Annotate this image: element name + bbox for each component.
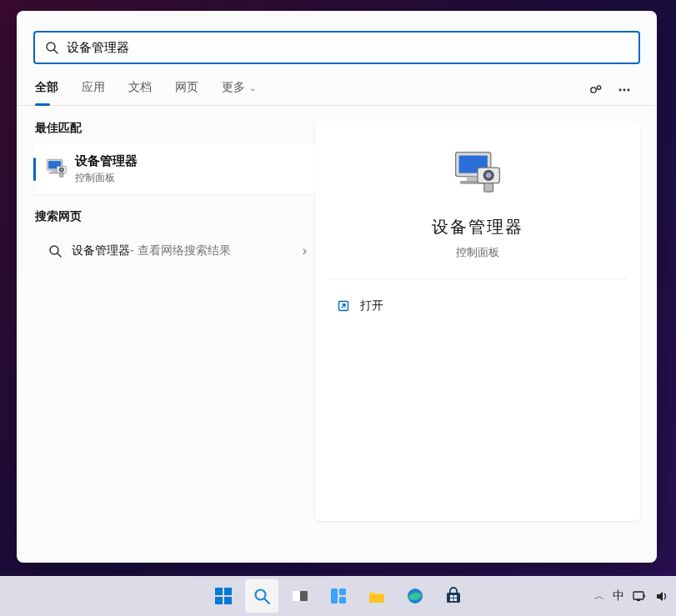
search-panel: 全部 应用 文档 网页 更多 ⌄ 最佳匹配 xyxy=(17,11,657,563)
device-manager-large-icon xyxy=(451,148,504,201)
open-label: 打开 xyxy=(360,298,383,313)
detail-subtitle: 控制面板 xyxy=(456,245,499,260)
chevron-right-icon: › xyxy=(303,243,307,258)
svg-point-23 xyxy=(486,173,492,178)
results-left-column: 最佳匹配 设备管理器 控制面板 xyxy=(17,106,315,563)
store-icon xyxy=(444,587,463,605)
device-manager-icon xyxy=(38,158,75,180)
tab-apps[interactable]: 应用 xyxy=(82,80,105,105)
svg-rect-41 xyxy=(453,595,457,598)
best-match-result[interactable]: 设备管理器 控制面板 xyxy=(33,144,315,194)
search-web-label: 搜索网页 xyxy=(35,209,315,224)
file-explorer-button[interactable] xyxy=(360,579,393,613)
svg-rect-26 xyxy=(215,588,223,595)
svg-rect-28 xyxy=(215,597,223,604)
volume-icon[interactable] xyxy=(655,589,669,603)
open-action[interactable]: 打开 xyxy=(328,284,627,328)
best-match-title: 设备管理器 xyxy=(75,153,138,169)
svg-rect-14 xyxy=(60,173,64,178)
search-box[interactable] xyxy=(33,31,640,64)
svg-point-4 xyxy=(619,88,622,91)
taskbar-search-button[interactable] xyxy=(245,579,278,613)
edge-icon xyxy=(406,587,424,605)
svg-rect-24 xyxy=(484,183,493,193)
svg-line-31 xyxy=(264,599,269,604)
svg-rect-27 xyxy=(224,588,232,595)
svg-point-3 xyxy=(597,85,600,88)
ime-indicator[interactable]: 中 xyxy=(613,588,624,603)
results-body: 最佳匹配 设备管理器 控制面板 xyxy=(17,106,657,563)
tab-more-label: 更多 xyxy=(222,80,245,93)
svg-rect-39 xyxy=(447,593,460,603)
open-icon xyxy=(332,299,355,313)
rewards-icon xyxy=(588,83,603,98)
svg-rect-37 xyxy=(369,594,384,603)
widgets-button[interactable] xyxy=(322,579,355,613)
chevron-down-icon: ⌄ xyxy=(247,83,256,93)
task-view-icon xyxy=(291,587,309,605)
more-icon xyxy=(617,83,632,98)
task-view-button[interactable] xyxy=(283,579,317,613)
windows-icon xyxy=(214,587,233,605)
search-bar-container xyxy=(17,11,657,64)
web-search-term: 设备管理器 xyxy=(72,243,130,258)
taskbar-right: ︿ 中 xyxy=(594,588,669,603)
web-search-suffix: - 查看网络搜索结果 xyxy=(130,243,231,258)
detail-title: 设备管理器 xyxy=(432,216,523,238)
options-button[interactable] xyxy=(610,76,638,104)
tab-all[interactable]: 全部 xyxy=(35,80,58,105)
widgets-icon xyxy=(329,587,348,605)
store-button[interactable] xyxy=(437,579,470,613)
svg-point-6 xyxy=(628,88,630,91)
edge-button[interactable] xyxy=(398,579,432,613)
tray-overflow-button[interactable]: ︿ xyxy=(594,589,604,603)
svg-rect-43 xyxy=(453,598,457,601)
svg-point-30 xyxy=(255,590,265,600)
svg-point-2 xyxy=(591,87,596,92)
svg-rect-45 xyxy=(637,599,640,601)
svg-point-5 xyxy=(623,88,626,91)
system-tray: ︿ 中 xyxy=(594,588,669,603)
rewards-button[interactable] xyxy=(582,76,610,104)
search-icon xyxy=(253,587,271,605)
taskbar: ︿ 中 xyxy=(0,576,676,616)
search-icon xyxy=(45,41,58,54)
svg-rect-33 xyxy=(293,591,300,601)
start-button[interactable] xyxy=(207,579,240,613)
best-match-text: 设备管理器 控制面板 xyxy=(75,153,138,185)
svg-point-13 xyxy=(60,168,63,171)
svg-rect-44 xyxy=(633,592,643,599)
svg-rect-42 xyxy=(450,598,453,601)
svg-rect-40 xyxy=(450,595,453,598)
taskbar-center xyxy=(207,579,470,613)
svg-rect-36 xyxy=(339,597,346,603)
svg-line-1 xyxy=(54,50,58,53)
svg-rect-29 xyxy=(224,597,232,604)
tab-documents[interactable]: 文档 xyxy=(128,80,152,105)
tab-web[interactable]: 网页 xyxy=(175,80,198,105)
best-match-subtitle: 控制面板 xyxy=(75,171,138,185)
svg-rect-35 xyxy=(339,588,346,595)
filter-tabs: 全部 应用 文档 网页 更多 ⌄ xyxy=(17,64,657,106)
web-search-item[interactable]: 设备管理器 - 查看网络搜索结果 › xyxy=(33,233,315,269)
folder-icon xyxy=(368,587,386,605)
search-input[interactable] xyxy=(67,41,628,55)
best-match-label: 最佳匹配 xyxy=(35,121,315,136)
detail-header: 设备管理器 控制面板 xyxy=(328,148,627,279)
detail-card: 设备管理器 控制面板 打开 xyxy=(315,121,640,521)
search-icon xyxy=(38,244,72,258)
tab-more[interactable]: 更多 ⌄ xyxy=(222,80,256,105)
network-icon[interactable] xyxy=(633,589,647,603)
svg-rect-34 xyxy=(331,588,338,603)
svg-line-16 xyxy=(58,253,61,257)
results-right-column: 设备管理器 控制面板 打开 xyxy=(315,106,657,563)
